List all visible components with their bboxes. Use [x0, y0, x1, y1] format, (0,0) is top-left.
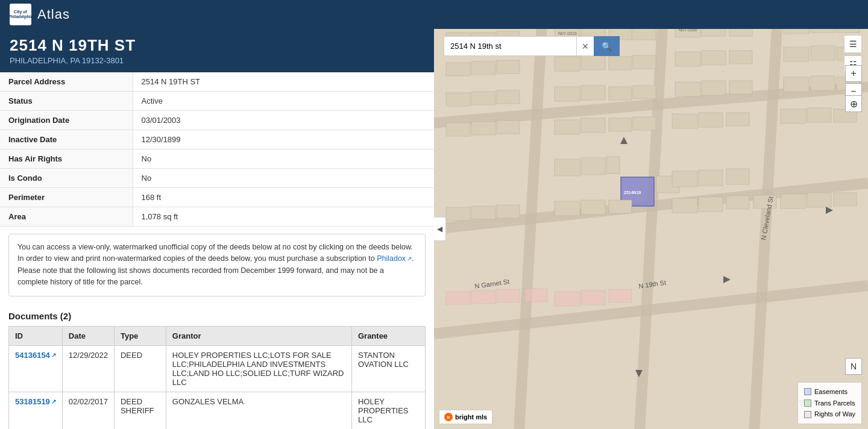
docs-header-row: IDDateTypeGrantorGrantee: [9, 326, 426, 345]
document-row: 53181519↗02/02/2017DEED SHERIFFGONZALES …: [9, 392, 426, 429]
map-area: N Garnet St N 19th St N Cleveland St N07…: [434, 29, 868, 429]
property-label: Perimeter: [0, 188, 133, 207]
app-title: Atlas: [37, 7, 70, 22]
property-row: Area1,078 sq ft: [0, 207, 434, 227]
svg-rect-35: [446, 93, 470, 106]
svg-rect-44: [729, 81, 752, 94]
svg-rect-39: [581, 86, 605, 100]
bright-label: bright mls: [455, 413, 487, 421]
svg-rect-46: [811, 76, 835, 90]
property-row: Perimeter168 ft: [0, 188, 434, 207]
svg-text:N07-0310: N07-0310: [558, 31, 577, 36]
svg-rect-54: [633, 117, 656, 130]
svg-rect-30: [702, 51, 726, 65]
svg-rect-79: [807, 193, 831, 207]
svg-rect-50: [497, 121, 520, 134]
north-button[interactable]: N: [845, 358, 862, 375]
svg-rect-80: [834, 193, 857, 206]
svg-rect-69: [471, 206, 495, 219]
property-row: Inactive Date12/30/1899: [0, 130, 434, 149]
svg-rect-53: [609, 118, 632, 131]
svg-rect-37: [497, 90, 520, 104]
search-input[interactable]: [444, 36, 576, 56]
property-label: Is Condo: [0, 169, 133, 188]
legend-label: Easements: [814, 386, 848, 398]
svg-rect-28: [633, 55, 656, 69]
documents-title: Documents (2): [8, 311, 426, 321]
doc-grantee-cell: HOLEY PROPERTIES LLC: [351, 392, 425, 429]
svg-rect-22: [446, 63, 470, 76]
main-address: 2514 N 19TH ST: [10, 36, 424, 55]
documents-table: IDDateTypeGrantorGrantee 54136154↗12/29/…: [8, 326, 426, 430]
legend-color-box: [804, 411, 811, 418]
zoom-in-button[interactable]: +: [845, 65, 862, 82]
svg-rect-78: [781, 194, 806, 208]
search-button[interactable]: 🔍: [594, 36, 620, 56]
logo-area: City ofPhiladelphia Atlas: [10, 4, 70, 25]
svg-rect-84: [524, 289, 547, 302]
svg-rect-25: [555, 57, 580, 71]
doc-type-cell: DEED SHERIFF: [114, 392, 166, 429]
property-label: Status: [0, 92, 133, 111]
svg-rect-16: [702, 29, 726, 36]
property-label: Parcel Address: [0, 72, 133, 92]
doc-date-cell: 02/02/2017: [62, 392, 114, 429]
svg-rect-76: [726, 196, 749, 209]
philadox-link[interactable]: Philadox: [377, 254, 406, 263]
svg-rect-58: [781, 109, 806, 124]
doc-id-cell: 54136154↗: [9, 345, 63, 392]
property-value: No: [133, 149, 434, 169]
property-value: 168 ft: [133, 188, 434, 207]
svg-rect-41: [633, 86, 656, 99]
property-row: Origination Date03/01/2003: [0, 111, 434, 130]
legend-color-box: [804, 399, 811, 407]
svg-rect-17: [729, 29, 752, 36]
docs-column-header: Type: [114, 326, 166, 345]
documents-section: Documents (2) IDDateTypeGrantorGrantee 5…: [0, 304, 434, 430]
svg-rect-43: [702, 81, 726, 95]
doc-id-link[interactable]: 54136154↗: [15, 351, 56, 360]
docs-column-header: Date: [62, 326, 114, 345]
sub-address: PHILADELPHIA, PA 19132-3801: [10, 56, 424, 65]
doc-date-cell: 12/29/2022: [62, 345, 114, 392]
external-link-icon: ↗: [51, 352, 56, 359]
note-box: You can access a view-only, watermarked …: [8, 234, 426, 296]
note-text1: You can access a view-only, watermarked …: [17, 243, 413, 263]
svg-rect-75: [699, 197, 723, 211]
svg-rect-67: [726, 169, 749, 184]
svg-rect-81: [446, 292, 470, 305]
property-row: Parcel Address2514 N 19TH ST: [0, 72, 434, 92]
doc-id-link[interactable]: 53181519↗: [15, 397, 56, 406]
panel-toggle[interactable]: ◀: [434, 217, 446, 241]
svg-rect-26: [581, 55, 605, 70]
ext-icon: ↗: [407, 254, 412, 264]
layers-button[interactable]: ☰: [844, 35, 862, 53]
property-info-table: Parcel Address2514 N 19TH STStatusActive…: [0, 72, 434, 227]
svg-rect-14: [633, 29, 656, 40]
svg-rect-23: [471, 61, 495, 75]
svg-rect-29: [675, 52, 700, 66]
svg-text:2514N19: 2514N19: [624, 190, 641, 195]
svg-rect-32: [784, 47, 809, 61]
svg-rect-19: [811, 29, 835, 33]
legend-item: Easements: [804, 386, 855, 398]
search-bar: ✕ 🔍: [444, 36, 620, 56]
city-logo: City ofPhiladelphia: [10, 4, 31, 25]
svg-rect-18: [784, 29, 809, 34]
doc-id-cell: 53181519↗: [9, 392, 63, 429]
legend-color-box: [804, 388, 811, 395]
svg-rect-87: [609, 289, 632, 302]
locate-button[interactable]: ⊕: [845, 95, 862, 112]
svg-rect-82: [471, 290, 495, 304]
header: City ofPhiladelphia Atlas: [0, 0, 868, 29]
property-value: No: [133, 169, 434, 188]
left-panel: 2514 N 19TH ST PHILADELPHIA, PA 19132-38…: [0, 29, 434, 429]
property-row: StatusActive: [0, 92, 434, 111]
search-clear-button[interactable]: ✕: [576, 36, 594, 56]
svg-rect-33: [811, 46, 835, 60]
svg-rect-56: [699, 113, 723, 127]
svg-rect-73: [609, 200, 632, 213]
docs-column-header: Grantee: [351, 326, 425, 345]
property-value: 12/30/1899: [133, 130, 434, 149]
document-row: 54136154↗12/29/2022DEEDHOLEY PROPERTIES …: [9, 345, 426, 392]
